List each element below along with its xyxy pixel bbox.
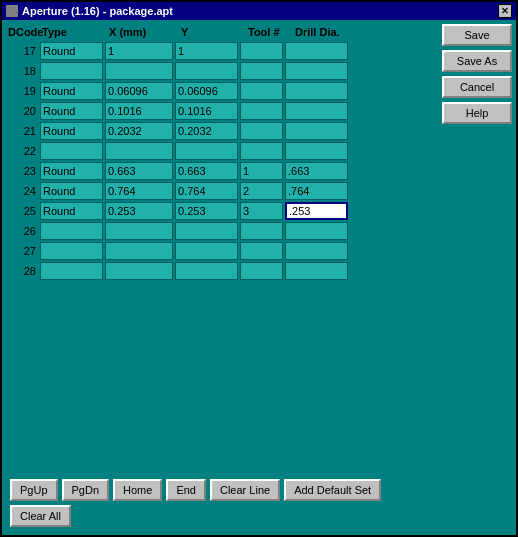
cell-dcode: 20 (8, 105, 38, 117)
table-row: 28 (6, 262, 438, 280)
cell-x[interactable] (105, 122, 173, 140)
cell-tool[interactable] (240, 262, 283, 280)
cell-drill[interactable] (285, 242, 348, 260)
clear-all-button[interactable]: Clear All (10, 505, 71, 527)
cell-tool[interactable] (240, 42, 283, 60)
save-button[interactable]: Save (442, 24, 512, 46)
cell-y[interactable] (175, 102, 238, 120)
cell-drill[interactable] (285, 102, 348, 120)
cell-dcode: 24 (8, 185, 38, 197)
table-row: 21 (6, 122, 438, 140)
cell-type[interactable] (40, 42, 103, 60)
table-row: 24 (6, 182, 438, 200)
cell-x[interactable] (105, 202, 173, 220)
cell-type[interactable] (40, 122, 103, 140)
main-area: DCode Type X (mm) Y Tool # Drill Dia. 17… (6, 24, 438, 531)
home-button[interactable]: Home (113, 479, 162, 501)
cell-type[interactable] (40, 182, 103, 200)
table-row: 27 (6, 242, 438, 260)
table-row: 20 (6, 102, 438, 120)
cell-y[interactable] (175, 222, 238, 240)
cell-tool[interactable] (240, 242, 283, 260)
content-area: DCode Type X (mm) Y Tool # Drill Dia. 17… (2, 20, 516, 535)
cell-tool[interactable] (240, 182, 283, 200)
cell-drill[interactable] (285, 222, 348, 240)
cell-drill[interactable] (285, 182, 348, 200)
cell-drill[interactable] (285, 142, 348, 160)
cell-tool[interactable] (240, 102, 283, 120)
cell-tool[interactable] (240, 162, 283, 180)
cell-x[interactable] (105, 42, 173, 60)
cell-y[interactable] (175, 262, 238, 280)
save-as-button[interactable]: Save As (442, 50, 512, 72)
cell-y[interactable] (175, 202, 238, 220)
cell-type[interactable] (40, 102, 103, 120)
close-button[interactable]: ✕ (498, 4, 512, 18)
cell-type[interactable] (40, 262, 103, 280)
cell-y[interactable] (175, 122, 238, 140)
cell-x[interactable] (105, 162, 173, 180)
cell-y[interactable] (175, 82, 238, 100)
sidebar: Save Save As Cancel Help (442, 24, 512, 531)
cell-drill[interactable] (285, 202, 348, 220)
header-y: Y (181, 26, 246, 38)
pgdn-button[interactable]: PgDn (62, 479, 110, 501)
clear-line-button[interactable]: Clear Line (210, 479, 280, 501)
cell-y[interactable] (175, 162, 238, 180)
cell-tool[interactable] (240, 122, 283, 140)
bottom-bar: PgUp PgDn Home End Clear Line Add Defaul… (6, 475, 438, 531)
cell-type[interactable] (40, 162, 103, 180)
window-icon (6, 5, 18, 17)
cell-y[interactable] (175, 182, 238, 200)
header-type: Type (42, 26, 107, 38)
cell-drill[interactable] (285, 122, 348, 140)
cell-tool[interactable] (240, 82, 283, 100)
cell-x[interactable] (105, 102, 173, 120)
cell-tool[interactable] (240, 222, 283, 240)
help-button[interactable]: Help (442, 102, 512, 124)
cell-y[interactable] (175, 242, 238, 260)
cell-type[interactable] (40, 62, 103, 80)
cell-x[interactable] (105, 262, 173, 280)
table-row: 26 (6, 222, 438, 240)
cell-x[interactable] (105, 222, 173, 240)
cell-y[interactable] (175, 42, 238, 60)
add-default-button[interactable]: Add Default Set (284, 479, 381, 501)
header-drill: Drill Dia. (295, 26, 360, 38)
cell-x[interactable] (105, 142, 173, 160)
table-header: DCode Type X (mm) Y Tool # Drill Dia. (6, 24, 438, 40)
cell-x[interactable] (105, 182, 173, 200)
cancel-button[interactable]: Cancel (442, 76, 512, 98)
cell-type[interactable] (40, 82, 103, 100)
cell-tool[interactable] (240, 62, 283, 80)
pgup-button[interactable]: PgUp (10, 479, 58, 501)
cell-tool[interactable] (240, 142, 283, 160)
cell-y[interactable] (175, 142, 238, 160)
cell-x[interactable] (105, 242, 173, 260)
cell-type[interactable] (40, 142, 103, 160)
cell-dcode: 27 (8, 245, 38, 257)
cell-dcode: 23 (8, 165, 38, 177)
cell-x[interactable] (105, 82, 173, 100)
cell-type[interactable] (40, 242, 103, 260)
table-row: 18 (6, 62, 438, 80)
header-x: X (mm) (109, 26, 179, 38)
table-body: 171819202122232425262728 (6, 42, 438, 473)
cell-type[interactable] (40, 222, 103, 240)
cell-dcode: 26 (8, 225, 38, 237)
cell-type[interactable] (40, 202, 103, 220)
end-button[interactable]: End (166, 479, 206, 501)
cell-drill[interactable] (285, 262, 348, 280)
cell-drill[interactable] (285, 62, 348, 80)
cell-dcode: 17 (8, 45, 38, 57)
cell-y[interactable] (175, 62, 238, 80)
cell-tool[interactable] (240, 202, 283, 220)
cell-drill[interactable] (285, 162, 348, 180)
cell-x[interactable] (105, 62, 173, 80)
cell-drill[interactable] (285, 82, 348, 100)
table-row: 25 (6, 202, 438, 220)
header-dcode: DCode (8, 26, 40, 38)
table-row: 23 (6, 162, 438, 180)
cell-drill[interactable] (285, 42, 348, 60)
header-tool: Tool # (248, 26, 293, 38)
